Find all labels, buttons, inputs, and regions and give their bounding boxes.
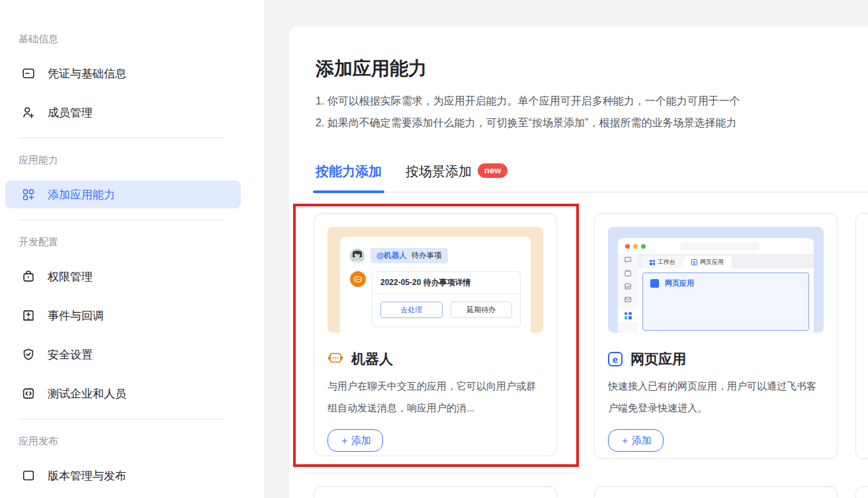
sidebar-divider — [19, 419, 224, 419]
plus-icon: ＋ — [339, 435, 349, 447]
bot-capability-card: @机器人 待办事项 2022-05-20 待办事项详情 去处理 — [314, 213, 557, 456]
tab-by-scene[interactable]: 按场景添加 new — [406, 163, 507, 192]
todo-title: 2022-05-20 待办事项详情 — [372, 272, 520, 294]
mini-workbench-active — [618, 309, 638, 322]
webapp-e-icon: e — [608, 352, 623, 366]
sidebar-item-label: 测试企业和人员 — [48, 386, 126, 401]
mini-chat-icon — [624, 256, 632, 264]
capability-card-partial — [594, 486, 838, 498]
app-capability-page: { "colors": { "accent_blue": "#3370FF", … — [0, 0, 868, 498]
sidebar-item-label: 添加应用能力 — [48, 187, 115, 202]
mini-workbench-icon — [625, 312, 632, 319]
mention-bot: @机器人 — [376, 251, 407, 261]
sidebar-item-security[interactable]: 安全设置 — [5, 341, 241, 368]
card-description: 快速接入已有的网页应用，用户可以通过飞书客户端免登录快速进入。 — [608, 375, 824, 419]
add-webapp-button[interactable]: ＋ 添加 — [608, 429, 664, 452]
mini-e-icon: e — [691, 259, 697, 265]
sidebar-item-label: 版本管理与发布 — [48, 468, 126, 483]
mini-tab-label: 网页应用 — [700, 258, 724, 267]
sidebar-item-events[interactable]: 事件与回调 — [5, 302, 241, 329]
mention-text: 待办事项 — [412, 251, 442, 261]
sidebar: 基础信息 凭证与基础信息 成员管理 应用能力 添加应用能力 开发配置 权限管理 … — [0, 0, 265, 498]
traffic-light-green — [641, 244, 646, 249]
new-badge: new — [478, 163, 507, 178]
todo-postpone-button: 延期待办 — [451, 302, 513, 318]
mini-app-square — [650, 279, 659, 288]
user-avatar — [350, 249, 365, 263]
mini-image-icon — [624, 282, 632, 290]
mini-webapp-panel: 网页应用 — [642, 272, 809, 331]
mini-tab-label: 工作台 — [658, 258, 675, 267]
sidebar-section-basic-info: 基础信息 — [19, 32, 246, 46]
sidebar-divider — [19, 138, 224, 138]
tab-label: 按能力添加 — [316, 163, 382, 180]
mini-tab-webapp: e 网页应用 — [683, 256, 732, 269]
card-description: 与用户在聊天中交互的应用，它可以向用户或群组自动发送消息，响应用户的消... — [327, 375, 543, 419]
sidebar-divider — [19, 220, 224, 220]
mention-chip: @机器人 待办事项 — [370, 248, 448, 263]
capability-tabs: 按能力添加 按场景添加 new — [316, 163, 868, 192]
apps-add-icon — [21, 187, 36, 202]
sidebar-section-release: 应用发布 — [19, 434, 246, 448]
todo-message-card: 2022-05-20 待办事项详情 去处理 延期待办 — [372, 271, 521, 327]
intro-line-1: 1. 你可以根据实际需求，为应用开启能力。单个应用可开启多种能力，一个能力可用于… — [316, 90, 868, 112]
release-icon — [21, 468, 36, 483]
browser-mockup: 工作台 e 网页应用 网页应用 — [618, 238, 814, 333]
mini-tab-bar: 工作台 e 网页应用 — [638, 254, 814, 269]
mini-panel-label: 网页应用 — [665, 279, 694, 288]
sidebar-item-label: 成员管理 — [48, 105, 93, 120]
sidebar-item-label: 事件与回调 — [48, 308, 104, 323]
add-button-label: 添加 — [351, 435, 371, 447]
mini-calendar-icon — [624, 269, 632, 277]
traffic-light-red — [625, 244, 630, 249]
bot-preview-image: @机器人 待办事项 2022-05-20 待办事项详情 去处理 — [327, 227, 543, 333]
webapp-capability-card: 工作台 e 网页应用 网页应用 — [594, 213, 838, 459]
sidebar-item-credentials[interactable]: 凭证与基础信息 — [5, 60, 241, 87]
mini-tab-workbench: 工作台 — [642, 256, 683, 269]
main-panel: 添加应用能力 1. 你可以根据实际需求，为应用开启能力。单个应用可开启多种能力，… — [289, 26, 868, 498]
sidebar-item-permissions[interactable]: 权限管理 — [5, 263, 241, 290]
credential-icon — [21, 66, 36, 81]
card-title: 机器人 — [351, 350, 393, 368]
avatar-image — [350, 249, 365, 263]
tab-by-capability[interactable]: 按能力添加 — [316, 163, 382, 192]
page-title: 添加应用能力 — [289, 26, 868, 81]
code-icon — [21, 386, 36, 401]
event-callback-icon — [21, 308, 36, 323]
traffic-light-yellow — [633, 244, 638, 249]
sidebar-section-dev-config: 开发配置 — [19, 235, 246, 249]
mini-mail-icon — [624, 296, 632, 304]
intro-line-2: 2. 如果尚不确定需要添加什么能力，可切换至“按场景添加”，根据所需的业务场景选… — [316, 112, 868, 134]
sidebar-item-version-release[interactable]: 版本管理与发布 — [5, 462, 241, 489]
webapp-preview-image: 工作台 e 网页应用 网页应用 — [608, 227, 824, 333]
capability-card-partial — [855, 213, 868, 459]
bot-avatar-icon — [350, 271, 366, 287]
capability-card-partial — [855, 486, 868, 498]
sidebar-item-test-company[interactable]: 测试企业和人员 — [5, 380, 241, 407]
tab-label: 按场景添加 — [406, 163, 472, 180]
robot-icon — [327, 351, 343, 368]
sidebar-item-label: 权限管理 — [48, 269, 93, 284]
add-button-label: 添加 — [632, 435, 652, 447]
todo-handle-button: 去处理 — [380, 302, 443, 318]
member-add-icon — [21, 105, 36, 120]
sidebar-item-add-capability[interactable]: 添加应用能力 — [5, 181, 241, 208]
mini-sidebar — [618, 254, 638, 333]
bot-chat-mockup: @机器人 待办事项 2022-05-20 待办事项详情 去处理 — [340, 237, 531, 333]
mini-grid-icon — [650, 260, 655, 265]
robot-glyph — [353, 274, 363, 284]
lock-icon — [21, 269, 36, 284]
plus-icon: ＋ — [620, 435, 630, 447]
sidebar-item-members[interactable]: 成员管理 — [5, 99, 241, 126]
card-title: 网页应用 — [630, 350, 686, 368]
sidebar-item-label: 凭证与基础信息 — [48, 66, 126, 81]
mini-search-bar — [680, 243, 760, 250]
capability-card-partial — [314, 486, 557, 498]
shield-check-icon — [21, 347, 36, 362]
sidebar-item-label: 安全设置 — [48, 347, 93, 362]
add-bot-button[interactable]: ＋ 添加 — [327, 429, 383, 452]
sidebar-section-capabilities: 应用能力 — [19, 153, 246, 167]
